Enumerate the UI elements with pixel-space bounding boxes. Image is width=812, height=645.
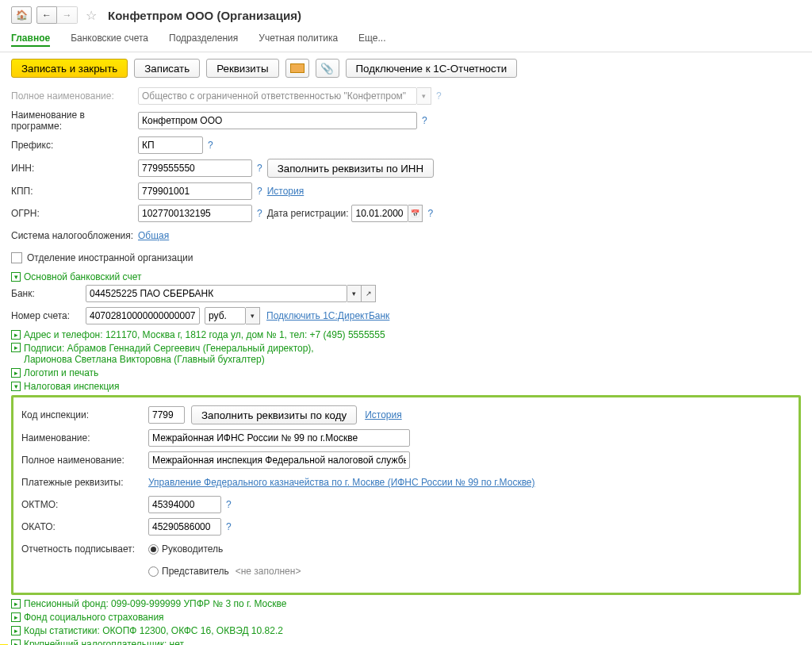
reg-date-label: Дата регистрации: — [267, 208, 349, 219]
dropdown-icon[interactable]: ▾ — [347, 285, 362, 302]
prefix-label: Префикс: — [11, 140, 138, 151]
section-address[interactable]: Адрес и телефон: 121170, Москва г, 1812 … — [24, 329, 385, 340]
save-close-button[interactable]: Записать и закрыть — [11, 59, 128, 78]
fill-by-code-button[interactable]: Заполнить реквизиты по коду — [191, 405, 357, 424]
favorite-icon[interactable]: ☆ — [86, 8, 97, 23]
chevron-right-icon[interactable]: ▸ — [11, 639, 21, 645]
home-button[interactable]: 🏠 — [11, 6, 32, 24]
help-icon[interactable]: ? — [257, 163, 262, 174]
bank-input[interactable] — [86, 285, 347, 302]
open-icon[interactable]: ↗ — [362, 285, 376, 302]
back-button[interactable]: ← — [36, 6, 57, 24]
forward-button: → — [57, 6, 78, 24]
section-logo[interactable]: Логотип и печать — [24, 367, 98, 378]
bank-label: Банк: — [11, 288, 86, 299]
help-icon[interactable]: ? — [208, 140, 213, 151]
name-prog-input[interactable] — [138, 112, 417, 129]
tab-bank[interactable]: Банковские счета — [71, 31, 148, 47]
section-tax-inspection[interactable]: Налоговая инспекция — [24, 381, 120, 392]
help-icon[interactable]: ? — [436, 90, 442, 102]
tab-more[interactable]: Еще... — [358, 31, 385, 47]
tab-main[interactable]: Главное — [11, 31, 50, 47]
name-prog-label: Наименование в программе: — [11, 109, 138, 132]
connect-directbank-link[interactable]: Подключить 1С:ДиректБанк — [266, 310, 389, 321]
ti-full-input[interactable] — [148, 451, 410, 469]
paperclip-icon: 📎 — [320, 63, 334, 75]
help-icon[interactable]: ? — [257, 208, 262, 219]
section-big-taxpayer[interactable]: Крупнейший налогоплательщик: нет — [24, 639, 184, 645]
kpp-history-link[interactable]: История — [267, 186, 304, 197]
fill-inn-button[interactable]: Заполнить реквизиты по ИНН — [267, 159, 434, 178]
calendar-icon[interactable]: 📅 — [408, 205, 423, 222]
ti-name-label: Наименование: — [21, 432, 148, 443]
chevron-right-icon[interactable]: ▸ — [11, 626, 21, 635]
connect-1c-button[interactable]: Подключение к 1С-Отчетности — [346, 59, 518, 78]
rep-unset: <не заполнен> — [236, 566, 301, 577]
ti-pay-link[interactable]: Управление Федерального казначейства по … — [148, 477, 535, 488]
oktmo-label: ОКТМО: — [21, 499, 148, 510]
sign-by-label: Отчетность подписывает: — [21, 543, 148, 555]
reg-date-input[interactable] — [351, 205, 408, 222]
save-button[interactable]: Записать — [134, 59, 200, 78]
help-icon[interactable]: ? — [427, 208, 433, 219]
chevron-right-icon[interactable]: ▸ — [11, 368, 21, 378]
help-icon[interactable]: ? — [422, 115, 427, 126]
props-button[interactable]: Реквизиты — [206, 59, 278, 78]
ti-name-input[interactable] — [148, 429, 410, 447]
radio-representative[interactable] — [148, 566, 159, 577]
inn-label: ИНН: — [11, 163, 138, 174]
tab-divisions[interactable]: Подразделения — [169, 31, 238, 47]
tab-acct-policy[interactable]: Учетная политика — [259, 31, 338, 47]
chevron-down-icon[interactable]: ▾ — [11, 272, 21, 282]
section-fss[interactable]: Фонд социального страхования — [24, 612, 164, 623]
inn-input[interactable] — [138, 159, 252, 177]
section-signatures[interactable]: Подписи: Абрамов Геннадий Сергеевич (Ген… — [24, 343, 314, 365]
foreign-label: Отделение иностранной организации — [27, 252, 193, 263]
ti-code-label: Код инспекции: — [21, 409, 148, 420]
full-name-label: Полное наименование: — [11, 90, 138, 102]
radio-leader[interactable] — [148, 544, 159, 555]
ti-history-link[interactable]: История — [365, 409, 402, 420]
attach-button[interactable]: 📎 — [316, 59, 339, 78]
dropdown-icon[interactable]: ▾ — [417, 87, 431, 105]
oktmo-input[interactable] — [148, 496, 221, 513]
tax-sys-label: Система налогообложения: — [11, 230, 138, 241]
chevron-right-icon[interactable]: ▸ — [11, 330, 21, 340]
ti-pay-label: Платежные реквизиты: — [21, 477, 148, 488]
kpp-input[interactable] — [138, 182, 252, 200]
dropdown-icon[interactable]: ▾ — [246, 307, 260, 324]
mail-button[interactable] — [285, 59, 309, 78]
tax-sys-link[interactable]: Общая — [138, 230, 169, 241]
chevron-right-icon[interactable]: ▸ — [11, 343, 21, 352]
acct-num-input[interactable] — [86, 307, 200, 324]
section-stat-codes[interactable]: Коды статистики: ОКОПФ 12300, ОКФС 16, О… — [24, 625, 283, 636]
chevron-right-icon[interactable]: ▸ — [11, 612, 21, 622]
tax-inspection-panel: Код инспекции: Заполнить реквизиты по ко… — [11, 395, 801, 595]
ogrn-input[interactable] — [138, 205, 252, 222]
section-pension[interactable]: Пенсионный фонд: 099-099-999999 УПФР № 3… — [24, 598, 286, 609]
ti-code-input[interactable] — [148, 406, 185, 424]
section-bank-account[interactable]: Основной банковский счет — [24, 271, 141, 282]
ti-full-label: Полное наименование: — [21, 455, 148, 466]
prefix-input[interactable] — [138, 136, 203, 154]
foreign-checkbox[interactable] — [11, 252, 22, 263]
mail-icon — [290, 63, 304, 73]
chevron-right-icon[interactable]: ▸ — [11, 599, 21, 609]
help-icon[interactable]: ? — [226, 499, 232, 510]
acct-num-label: Номер счета: — [11, 310, 86, 321]
page-title: Конфетпром ООО (Организация) — [108, 9, 301, 22]
okato-label: ОКАТО: — [21, 521, 148, 532]
full-name-input[interactable] — [138, 87, 417, 105]
help-icon[interactable]: ? — [257, 186, 262, 197]
chevron-down-icon[interactable]: ▾ — [11, 382, 21, 391]
kpp-label: КПП: — [11, 186, 138, 197]
ogrn-label: ОГРН: — [11, 208, 138, 219]
help-icon[interactable]: ? — [226, 521, 232, 532]
currency-input[interactable] — [205, 307, 246, 324]
okato-input[interactable] — [148, 518, 221, 536]
